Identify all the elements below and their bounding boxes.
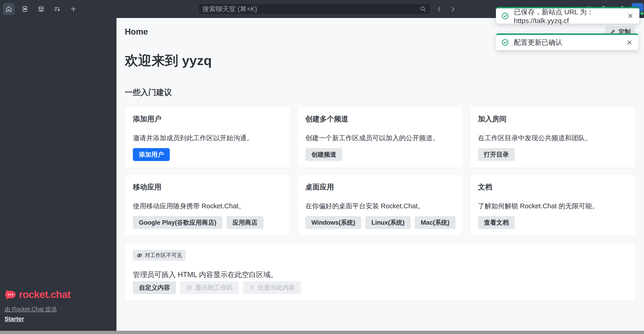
- add-users-button[interactable]: 添加用户: [133, 148, 170, 161]
- sort-icon: [54, 5, 61, 13]
- card-actions: 添加用户: [133, 148, 170, 161]
- sidebar-footer: rocket.chat 由 Rocket.Chat 提供 Starter: [0, 282, 116, 328]
- custom-content-actions: 自定义内容 显示到工作区 仅显示此内容: [133, 281, 301, 294]
- directory-button[interactable]: [19, 3, 31, 15]
- card-title: 桌面应用: [306, 182, 455, 192]
- not-visible-badge-label: 对工作区不可见: [145, 252, 182, 259]
- linux-button[interactable]: Linux(系统): [365, 216, 410, 229]
- page-title: Home: [125, 27, 148, 37]
- home-button[interactable]: [3, 3, 15, 15]
- not-visible-badge: 对工作区不可见: [133, 250, 186, 261]
- eye-icon: [186, 284, 192, 291]
- home-page: Home 定制 欢迎来到 yyzq 一些入门建议 添加用户 邀请并添加成员到此工…: [116, 18, 644, 331]
- search-bar[interactable]: [198, 4, 430, 14]
- show-only-this-button[interactable]: 仅显示此内容: [243, 281, 301, 294]
- history-back-button[interactable]: [435, 5, 443, 14]
- card-actions: 创建频道: [306, 148, 342, 161]
- card-actions: Windows(系统) Linux(系统) Mac(系统): [306, 216, 456, 229]
- eye-off-icon: [136, 252, 142, 258]
- card-actions: 打开目录: [478, 148, 515, 161]
- card-join-rooms: 加入房间 在工作区目录中发现公共频道和团队。 打开目录: [470, 106, 636, 168]
- sort-button[interactable]: [51, 3, 63, 15]
- card-title: 创建多个频道: [306, 114, 455, 124]
- powered-by-link[interactable]: 由 Rocket.Chat 提供: [4, 306, 116, 313]
- suggestions-title: 一些入门建议: [125, 87, 636, 98]
- app-store-button[interactable]: 应用商店: [226, 216, 264, 229]
- card-body: 了解如何解锁 Rocket.Chat 的无限可能。: [478, 202, 628, 211]
- open-directory-button[interactable]: 打开目录: [478, 148, 515, 161]
- custom-content-body: 管理员可插入 HTML 内容显示在此空白区域。: [133, 270, 628, 280]
- sidebar: rocket.chat 由 Rocket.Chat 提供 Starter: [0, 18, 116, 331]
- chevron-left-icon: [436, 6, 442, 12]
- see-documentation-button[interactable]: 查看文档: [478, 216, 515, 229]
- create-new-button[interactable]: [67, 3, 79, 15]
- toast-message: 配置更新已确认: [514, 38, 621, 47]
- mac-button[interactable]: Mac(系统): [415, 216, 456, 229]
- marketplace-icon: [37, 5, 45, 13]
- workspace-nav-icons: [3, 0, 79, 18]
- plan-link[interactable]: Starter: [4, 315, 24, 322]
- show-to-workspace-button[interactable]: 显示到工作区: [180, 281, 239, 294]
- card-title: 添加用户: [133, 114, 282, 124]
- toast-message: 已保存，新站点 URL 为：https://talk.yyzq.cf: [514, 8, 622, 25]
- card-body: 邀请并添加成员到此工作区以开始沟通。: [133, 134, 282, 143]
- card-body: 创建一个新工作区成员可以加入的公开频道。: [306, 134, 455, 143]
- check-circle-icon: [501, 38, 509, 46]
- chevron-right-icon: [450, 6, 456, 12]
- card-title: 移动应用: [133, 182, 282, 192]
- check-circle-icon: [501, 12, 509, 20]
- custom-content-card: 对工作区不可见 管理员可插入 HTML 内容显示在此空白区域。 自定义内容 显示…: [125, 243, 636, 301]
- lightning-icon: [249, 285, 255, 291]
- search-icon: [420, 6, 426, 12]
- plus-icon: [70, 5, 77, 13]
- welcome-title: 欢迎来到 yyzq: [125, 52, 636, 70]
- card-mobile-apps: 移动应用 使用移动应用随身携带 Rocket.Chat。 Google Play…: [125, 174, 290, 236]
- online-status-dot: [640, 11, 644, 16]
- card-actions: 查看文档: [478, 216, 515, 229]
- history-forward-button[interactable]: [449, 5, 457, 14]
- directory-icon: [21, 5, 28, 13]
- card-create-channels: 创建多个频道 创建一个新工作区成员可以加入的公开频道。 创建频道: [297, 106, 463, 168]
- card-actions: Google Play(谷歌应用商店) 应用商店: [133, 216, 264, 229]
- close-icon[interactable]: [626, 38, 634, 46]
- create-channel-button[interactable]: 创建频道: [306, 148, 342, 161]
- rocketchat-logo-text: rocket.chat: [19, 289, 70, 300]
- window-bottom-edge: [0, 331, 644, 334]
- toast-saved-site-url: 已保存，新站点 URL 为：https://talk.yyzq.cf: [496, 7, 640, 24]
- rocketchat-bubble-icon: [4, 289, 16, 300]
- marketplace-button[interactable]: [35, 3, 47, 15]
- suggestion-cards: 添加用户 邀请并添加成员到此工作区以开始沟通。 添加用户 创建多个频道 创建一个…: [125, 106, 636, 236]
- close-icon[interactable]: [626, 12, 634, 20]
- card-body: 使用移动应用随身携带 Rocket.Chat。: [133, 202, 282, 211]
- search-input[interactable]: [202, 5, 420, 13]
- google-play-button[interactable]: Google Play(谷歌应用商店): [133, 216, 222, 229]
- card-documentation: 文档 了解如何解锁 Rocket.Chat 的无限可能。 查看文档: [470, 174, 636, 236]
- customize-content-button[interactable]: 自定义内容: [133, 281, 176, 294]
- windows-button[interactable]: Windows(系统): [306, 216, 361, 229]
- card-title: 文档: [478, 182, 628, 192]
- toast-settings-confirmed: 配置更新已确认: [496, 34, 638, 50]
- home-icon: [5, 5, 12, 13]
- card-body: 在你偏好的桌面平台安装 Rocket.Chat。: [306, 202, 455, 211]
- card-title: 加入房间: [478, 114, 628, 124]
- rocketchat-logo: rocket.chat: [4, 289, 116, 300]
- card-body: 在工作区目录中发现公共频道和团队。: [478, 134, 628, 143]
- show-to-workspace-label: 显示到工作区: [195, 284, 233, 292]
- card-desktop-apps: 桌面应用 在你偏好的桌面平台安装 Rocket.Chat。 Windows(系统…: [297, 174, 463, 236]
- show-only-this-label: 仅显示此内容: [258, 284, 295, 292]
- card-add-users: 添加用户 邀请并添加成员到此工作区以开始沟通。 添加用户: [125, 106, 290, 168]
